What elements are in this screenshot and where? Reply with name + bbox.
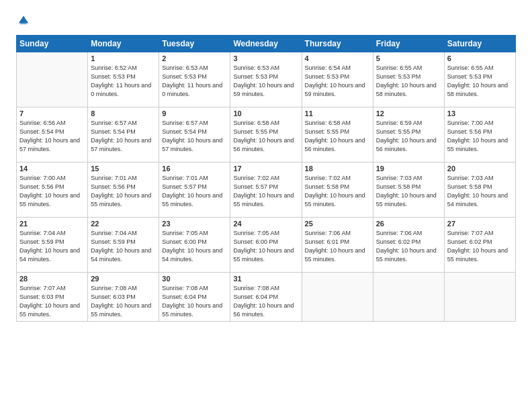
week-row-2: 7Sunrise: 6:56 AMSunset: 5:54 PMDaylight…: [17, 107, 516, 163]
header-day-thursday: Thursday: [302, 36, 373, 52]
header: [16, 13, 516, 28]
day-cell: 30Sunrise: 7:08 AMSunset: 6:04 PMDayligh…: [159, 273, 230, 322]
day-info: Sunrise: 7:03 AMSunset: 5:58 PMDaylight:…: [376, 175, 437, 208]
day-info: Sunrise: 7:05 AMSunset: 6:00 PMDaylight:…: [162, 230, 222, 263]
day-cell: 21Sunrise: 7:04 AMSunset: 5:59 PMDayligh…: [17, 218, 88, 273]
day-number: 16: [162, 165, 227, 173]
day-cell: 29Sunrise: 7:08 AMSunset: 6:03 PMDayligh…: [88, 273, 159, 322]
header-day-saturday: Saturday: [444, 36, 515, 52]
day-cell: 1Sunrise: 6:52 AMSunset: 5:53 PMDaylight…: [88, 52, 159, 107]
day-info: Sunrise: 7:00 AMSunset: 5:56 PMDaylight:…: [447, 120, 508, 152]
day-info: Sunrise: 7:00 AMSunset: 5:56 PMDaylight:…: [19, 175, 80, 208]
day-cell: 17Sunrise: 7:02 AMSunset: 5:57 PMDayligh…: [230, 163, 302, 218]
day-number: 3: [233, 54, 298, 62]
day-info: Sunrise: 6:53 AMSunset: 5:53 PMDaylight:…: [233, 64, 294, 97]
day-info: Sunrise: 6:57 AMSunset: 5:54 PMDaylight:…: [162, 120, 222, 152]
day-cell: 11Sunrise: 6:58 AMSunset: 5:55 PMDayligh…: [302, 107, 373, 163]
day-info: Sunrise: 6:55 AMSunset: 5:53 PMDaylight:…: [447, 64, 508, 97]
header-day-friday: Friday: [373, 36, 444, 52]
header-day-wednesday: Wednesday: [230, 36, 302, 52]
day-cell: 8Sunrise: 6:57 AMSunset: 5:54 PMDaylight…: [88, 107, 159, 163]
calendar-body: 1Sunrise: 6:52 AMSunset: 5:53 PMDaylight…: [17, 52, 516, 322]
day-info: Sunrise: 6:53 AMSunset: 5:53 PMDaylight:…: [162, 64, 222, 97]
day-cell: [444, 273, 515, 322]
day-cell: 5Sunrise: 6:55 AMSunset: 5:53 PMDaylight…: [373, 52, 444, 107]
day-number: 6: [447, 54, 513, 62]
day-info: Sunrise: 6:52 AMSunset: 5:53 PMDaylight:…: [91, 64, 151, 97]
day-info: Sunrise: 7:08 AMSunset: 6:03 PMDaylight:…: [91, 285, 151, 318]
day-number: 5: [376, 54, 441, 62]
day-cell: 20Sunrise: 7:03 AMSunset: 5:58 PMDayligh…: [444, 163, 515, 218]
day-cell: 6Sunrise: 6:55 AMSunset: 5:53 PMDaylight…: [444, 52, 515, 107]
day-cell: [17, 52, 88, 107]
day-number: 7: [19, 109, 85, 118]
day-number: 13: [447, 109, 513, 118]
header-day-tuesday: Tuesday: [159, 36, 230, 52]
day-cell: 24Sunrise: 7:05 AMSunset: 6:00 PMDayligh…: [230, 218, 302, 273]
day-info: Sunrise: 7:06 AMSunset: 6:02 PMDaylight:…: [376, 230, 437, 263]
day-info: Sunrise: 7:08 AMSunset: 6:04 PMDaylight:…: [162, 285, 222, 318]
day-number: 28: [19, 275, 85, 283]
day-number: 1: [91, 54, 156, 62]
day-number: 15: [91, 165, 156, 173]
day-cell: 28Sunrise: 7:07 AMSunset: 6:03 PMDayligh…: [17, 273, 88, 322]
day-cell: 22Sunrise: 7:04 AMSunset: 5:59 PMDayligh…: [88, 218, 159, 273]
day-number: 9: [162, 109, 227, 118]
day-number: 23: [162, 220, 227, 228]
day-cell: 13Sunrise: 7:00 AMSunset: 5:56 PMDayligh…: [444, 107, 515, 163]
day-cell: 23Sunrise: 7:05 AMSunset: 6:00 PMDayligh…: [159, 218, 230, 273]
day-info: Sunrise: 7:03 AMSunset: 5:58 PMDaylight:…: [447, 175, 508, 208]
header-day-sunday: Sunday: [17, 36, 88, 52]
day-number: 10: [233, 109, 298, 118]
calendar-header-row: SundayMondayTuesdayWednesdayThursdayFrid…: [17, 36, 516, 52]
week-row-1: 1Sunrise: 6:52 AMSunset: 5:53 PMDaylight…: [17, 52, 516, 107]
day-number: 25: [305, 220, 370, 228]
day-info: Sunrise: 7:07 AMSunset: 6:02 PMDaylight:…: [447, 230, 508, 263]
day-info: Sunrise: 7:07 AMSunset: 6:03 PMDaylight:…: [19, 285, 80, 318]
week-row-4: 21Sunrise: 7:04 AMSunset: 5:59 PMDayligh…: [17, 218, 516, 273]
day-number: 20: [447, 165, 513, 173]
day-cell: 19Sunrise: 7:03 AMSunset: 5:58 PMDayligh…: [373, 163, 444, 218]
day-cell: 15Sunrise: 7:01 AMSunset: 5:56 PMDayligh…: [88, 163, 159, 218]
logo-icon: [17, 13, 30, 26]
day-number: 14: [19, 165, 85, 173]
day-number: 30: [162, 275, 227, 283]
day-cell: [373, 273, 444, 322]
day-number: 31: [233, 275, 298, 283]
day-cell: 27Sunrise: 7:07 AMSunset: 6:02 PMDayligh…: [444, 218, 515, 273]
day-number: 2: [162, 54, 227, 62]
day-info: Sunrise: 6:58 AMSunset: 5:55 PMDaylight:…: [233, 120, 294, 152]
day-number: 11: [305, 109, 370, 118]
day-info: Sunrise: 7:05 AMSunset: 6:00 PMDaylight:…: [233, 230, 294, 263]
day-number: 26: [376, 220, 441, 228]
day-cell: 12Sunrise: 6:59 AMSunset: 5:55 PMDayligh…: [373, 107, 444, 163]
day-cell: 31Sunrise: 7:08 AMSunset: 6:04 PMDayligh…: [230, 273, 302, 322]
day-info: Sunrise: 7:04 AMSunset: 5:59 PMDaylight:…: [91, 230, 151, 263]
day-info: Sunrise: 6:54 AMSunset: 5:53 PMDaylight:…: [305, 64, 365, 97]
day-cell: 2Sunrise: 6:53 AMSunset: 5:53 PMDaylight…: [159, 52, 230, 107]
day-cell: 14Sunrise: 7:00 AMSunset: 5:56 PMDayligh…: [17, 163, 88, 218]
day-info: Sunrise: 6:55 AMSunset: 5:53 PMDaylight:…: [376, 64, 437, 97]
day-info: Sunrise: 6:56 AMSunset: 5:54 PMDaylight:…: [19, 120, 80, 152]
day-number: 12: [376, 109, 441, 118]
day-cell: 3Sunrise: 6:53 AMSunset: 5:53 PMDaylight…: [230, 52, 302, 107]
day-cell: 16Sunrise: 7:01 AMSunset: 5:57 PMDayligh…: [159, 163, 230, 218]
day-number: 29: [91, 275, 156, 283]
day-number: 19: [376, 165, 441, 173]
day-number: 22: [91, 220, 156, 228]
header-day-monday: Monday: [88, 36, 159, 52]
day-cell: [302, 273, 373, 322]
day-cell: 18Sunrise: 7:02 AMSunset: 5:58 PMDayligh…: [302, 163, 373, 218]
day-cell: 7Sunrise: 6:56 AMSunset: 5:54 PMDaylight…: [17, 107, 88, 163]
day-number: 24: [233, 220, 298, 228]
day-number: 8: [91, 109, 156, 118]
page: SundayMondayTuesdayWednesdayThursdayFrid…: [0, 0, 532, 411]
day-cell: 25Sunrise: 7:06 AMSunset: 6:01 PMDayligh…: [302, 218, 373, 273]
day-cell: 10Sunrise: 6:58 AMSunset: 5:55 PMDayligh…: [230, 107, 302, 163]
day-number: 17: [233, 165, 298, 173]
day-info: Sunrise: 7:04 AMSunset: 5:59 PMDaylight:…: [19, 230, 80, 263]
day-info: Sunrise: 7:02 AMSunset: 5:57 PMDaylight:…: [233, 175, 294, 208]
day-info: Sunrise: 6:57 AMSunset: 5:54 PMDaylight:…: [91, 120, 151, 152]
day-info: Sunrise: 7:01 AMSunset: 5:57 PMDaylight:…: [162, 175, 222, 208]
day-info: Sunrise: 6:59 AMSunset: 5:55 PMDaylight:…: [376, 120, 437, 152]
